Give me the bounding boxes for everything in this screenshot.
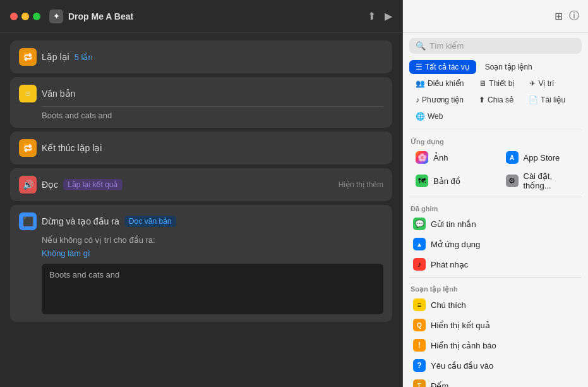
end-repeat-row: 🔁 Kết thúc lặp lại [19, 139, 383, 157]
cat-web[interactable]: 🌐 Web [409, 109, 449, 123]
read-badge: Lặp lại kết quả [63, 179, 122, 190]
read-badge-text: Lặp lại kết quả [68, 180, 117, 189]
pinned-section-label: Đã ghim [403, 200, 588, 214]
app-maps[interactable]: 🗺 Bản đồ [408, 168, 493, 194]
cat-control[interactable]: 👥 Điều khiển [409, 77, 470, 90]
cat-all-label: Tất cả tác vụ [425, 63, 470, 71]
right-panel: ⊞ ⓘ 🔍 ☰ Tất cả tác vụ Soạn tập lệnh 👥 Đi… [403, 0, 588, 387]
stop-sub-label: Nếu không có vị trí cho đầu ra: [42, 235, 383, 245]
cat-location[interactable]: ✈ Vị trí [523, 77, 560, 90]
script-show-result-label: Hiển thị kết quả [431, 321, 490, 330]
pinned-open-app[interactable]: ▲ Mở ứng dụng [405, 234, 585, 254]
stop-icon: ⬛ [19, 212, 37, 230]
app-settings[interactable]: ⚙ Cài đặt, thống... [498, 168, 584, 194]
cat-share-icon: ⬆ [479, 95, 485, 104]
cat-location-icon: ✈ [529, 79, 536, 88]
right-header: ⊞ ⓘ [403, 0, 588, 33]
app-photos[interactable]: 🌸 Ảnh [408, 147, 493, 168]
read-left: 🔊 Đọc Lặp lại kết quả [19, 176, 123, 194]
show-result-icon: Q [413, 319, 426, 331]
close-button[interactable] [10, 13, 18, 20]
cat-all-tasks[interactable]: ☰ Tất cả tác vụ [409, 60, 476, 74]
pinned-messages-label: Gửi tin nhắn [431, 219, 476, 229]
app-appstore[interactable]: A App Store [498, 147, 584, 168]
read-card: 🔊 Đọc Lặp lại kết quả Hiện thị thêm [10, 168, 392, 201]
script-comment-label: Chú thích [431, 300, 466, 310]
stop-badge: Đọc văn bản [124, 216, 176, 227]
cat-web-icon: 🌐 [416, 112, 425, 121]
script-show-warning[interactable]: ! Hiển thị cảnh báo [405, 335, 585, 355]
cat-location-label: Vị trí [538, 79, 554, 88]
stop-label: Dừng và tạo đầu ra [42, 216, 119, 226]
titlebar-actions: ⬆ ▶ [368, 10, 392, 22]
titlebar: ✦ Drop Me A Beat ⬆ ▶ [0, 0, 402, 33]
info-button[interactable]: ⓘ [569, 9, 579, 23]
cat-media-icon: ♪ [416, 95, 419, 104]
text-icon: ≡ [19, 85, 37, 102]
read-card-inner: 🔊 Đọc Lặp lại kết quả Hiện thị thêm [19, 176, 383, 194]
script-comment[interactable]: ≡ Chú thích [405, 295, 585, 315]
script-show-result[interactable]: Q Hiển thị kết quả [405, 315, 585, 335]
search-input[interactable] [429, 41, 575, 51]
show-warning-icon: ! [413, 339, 426, 352]
cat-media-label: Phương tiện [422, 95, 464, 104]
text-label: Văn bản [42, 89, 75, 99]
text-body: Boots and cats and [42, 111, 383, 120]
repeat-card: 🔁 Lặp lại 5 lần [10, 40, 392, 73]
play-music-icon: ♪ [413, 258, 426, 271]
open-app-icon: ▲ [413, 238, 426, 250]
right-content: Ứng dụng 🌸 Ảnh A App Store 🗺 Bản đồ ⚙ Cà… [403, 133, 588, 387]
script-request-input[interactable]: ? Yêu cầu đầu vào [405, 355, 585, 376]
text-card: ≡ Văn bản Boots and cats and [10, 77, 392, 128]
search-icon: 🔍 [416, 41, 426, 51]
cat-docs-icon: 📄 [529, 95, 538, 104]
pinned-open-app-label: Mở ứng dụng [431, 240, 480, 249]
play-button[interactable]: ▶ [385, 10, 392, 22]
end-repeat-icon: 🔁 [19, 139, 37, 157]
script-show-warning-label: Hiển thị cảnh báo [431, 341, 496, 350]
stop-card-body: Nếu không có vị trí cho đầu ra: Không là… [42, 235, 383, 314]
cat-docs[interactable]: 📄 Tài liệu [522, 93, 572, 107]
settings-icon: ⚙ [506, 175, 519, 187]
minimize-button[interactable] [21, 13, 29, 20]
cat-share[interactable]: ⬆ Chia sẻ [472, 93, 520, 107]
script-count[interactable]: Σ Đếm [405, 376, 585, 387]
app-maps-label: Bản đồ [433, 176, 460, 186]
traffic-lights [10, 13, 40, 20]
left-panel: ✦ Drop Me A Beat ⬆ ▶ 🔁 Lặp lại 5 lần ≡ V… [0, 0, 403, 387]
scripting-section-label: Soạn tập lệnh [403, 280, 588, 295]
stop-card: ⬛ Dừng và tạo đầu ra Đọc văn bản Nếu khô… [10, 205, 392, 322]
app-icon: ✦ [49, 9, 63, 23]
app-photos-label: Ảnh [433, 153, 448, 163]
apps-section-label: Ứng dụng [403, 133, 588, 147]
cat-docs-label: Tài liệu [541, 95, 565, 104]
stop-output: Boots and cats and [42, 264, 383, 314]
fullscreen-button[interactable] [33, 13, 40, 20]
script-request-input-label: Yêu cầu đầu vào [431, 361, 493, 371]
count-icon: Σ [413, 379, 426, 387]
read-hint[interactable]: Hiện thị thêm [339, 180, 383, 189]
messages-icon: 💬 [413, 218, 426, 230]
cat-device[interactable]: 🖥 Thiết bị [472, 77, 520, 90]
cat-media[interactable]: ♪ Phương tiện [409, 93, 470, 107]
workflow-area: 🔁 Lặp lại 5 lần ≡ Văn bản Boots and cats… [0, 33, 402, 387]
stop-badge-text: Đọc văn bản [129, 217, 172, 226]
repeat-icon: 🔁 [19, 48, 37, 66]
add-shortcut-button[interactable]: ⊞ [555, 10, 563, 22]
app-title: Drop Me A Beat [68, 11, 133, 22]
stop-card-header: ⬛ Dừng và tạo đầu ra Đọc văn bản [19, 212, 383, 230]
app-appstore-label: App Store [524, 153, 560, 163]
appstore-icon: A [506, 151, 519, 164]
categories-row: ☰ Tất cả tác vụ Soạn tập lệnh 👥 Điều khi… [403, 58, 588, 127]
cat-share-label: Chia sẻ [488, 95, 513, 104]
share-button[interactable]: ⬆ [368, 10, 376, 22]
cat-scripting[interactable]: Soạn tập lệnh [479, 60, 539, 74]
pinned-messages[interactable]: 💬 Gửi tin nhắn [405, 214, 585, 234]
cat-device-label: Thiết bị [489, 79, 514, 88]
end-repeat-card: 🔁 Kết thúc lặp lại [10, 132, 392, 164]
cat-all-icon: ☰ [416, 63, 423, 71]
pinned-play-music-label: Phát nhạc [431, 260, 468, 269]
pinned-play-music[interactable]: ♪ Phát nhạc [405, 254, 585, 274]
stop-link[interactable]: Không làm gì [42, 249, 90, 258]
text-card-row: ≡ Văn bản [19, 85, 383, 102]
